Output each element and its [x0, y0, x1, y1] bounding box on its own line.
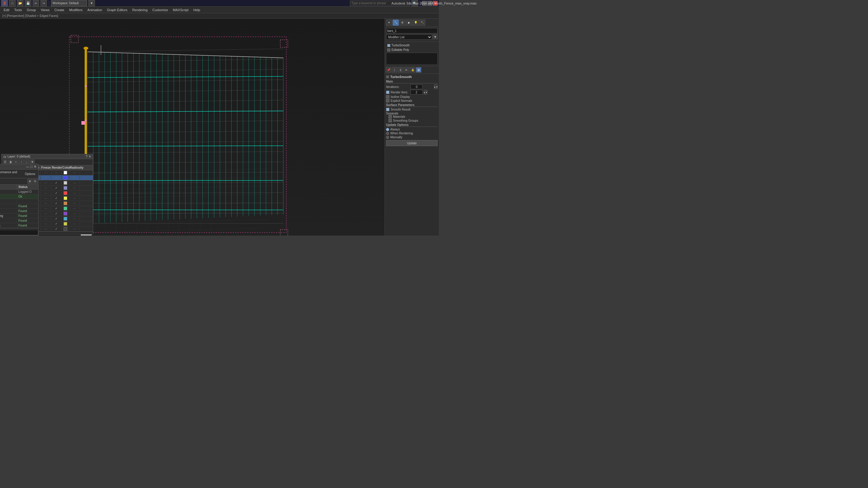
- layer-rad[interactable]: —: [69, 227, 80, 230]
- show-end-btn[interactable]: |: [392, 67, 397, 73]
- layer-render[interactable]: ✓: [51, 192, 62, 195]
- menu-graph-editors[interactable]: Graph Editors: [104, 7, 130, 12]
- render-iters-input[interactable]: [410, 90, 423, 95]
- menu-edit[interactable]: Edit: [1, 7, 12, 12]
- layer-color[interactable]: [62, 217, 69, 221]
- layer-rad[interactable]: —: [69, 187, 80, 190]
- modify-tab[interactable]: 🔧: [393, 20, 399, 26]
- layer-rad[interactable]: —: [69, 222, 80, 225]
- layer-color[interactable]: [62, 207, 69, 210]
- undo-btn[interactable]: ↩: [33, 0, 39, 7]
- layer-render[interactable]: —: [51, 171, 62, 174]
- always-radio[interactable]: [386, 128, 389, 131]
- layer-rad[interactable]: —: [69, 207, 80, 210]
- menu-help[interactable]: Help: [191, 7, 203, 12]
- layer-render[interactable]: ✓: [51, 197, 62, 200]
- layer-color[interactable]: [62, 196, 69, 200]
- layer-render[interactable]: ✓: [51, 202, 62, 205]
- materials-checkbox[interactable]: [389, 115, 392, 119]
- layer-freeze[interactable]: —: [41, 176, 51, 179]
- collapse-btn[interactable]: −: [386, 75, 389, 78]
- grid-btn[interactable]: ▦: [416, 67, 421, 73]
- iterations-spin[interactable]: ▲▼: [434, 84, 438, 89]
- layers-close-btn[interactable]: ✕: [89, 155, 91, 158]
- asset-row[interactable]: 🖼 Mesh_Fencing_1_normal.png Found: [0, 218, 38, 223]
- render-iters-checkbox[interactable]: [386, 91, 390, 94]
- viewport[interactable]: Total Polys: 17 886 Tris: 17 886 Edges: …: [0, 19, 384, 235]
- layer-color[interactable]: [62, 186, 69, 190]
- layer-rad[interactable]: —: [69, 181, 80, 184]
- render-iters-spin[interactable]: ▲▼: [424, 90, 427, 95]
- create-tab[interactable]: ✦: [386, 20, 392, 26]
- layer-color[interactable]: [62, 201, 69, 205]
- hierarchy-tab[interactable]: ⚙: [399, 20, 405, 26]
- layer-color[interactable]: [62, 227, 69, 231]
- layer-color[interactable]: [62, 222, 69, 226]
- modifier-list-select[interactable]: Modifier List: [386, 34, 432, 40]
- layer-freeze[interactable]: —: [41, 181, 51, 184]
- object-name-input[interactable]: [386, 28, 438, 33]
- asset-row[interactable]: 🏛 Autodesk Vault Logged O: [0, 190, 38, 194]
- layer-color[interactable]: [62, 171, 69, 174]
- display-tab[interactable]: 💡: [412, 20, 418, 26]
- iterations-input[interactable]: [410, 84, 423, 89]
- asset-row[interactable]: 🖼 Mesh_Fencing_1_fresnel.png Found: [0, 209, 38, 214]
- asset-close-btn[interactable]: ✕: [34, 165, 36, 169]
- menu-tools[interactable]: Tools: [12, 7, 24, 12]
- lock-btn[interactable]: 🔒: [410, 67, 415, 73]
- layer-freeze[interactable]: —: [41, 227, 51, 230]
- when-rendering-radio[interactable]: [386, 132, 389, 135]
- layer-render[interactable]: ✓: [51, 227, 62, 230]
- asset-row[interactable]: 🖼 Mesh_Fencing_1_glossiness.png Found: [0, 214, 38, 218]
- motion-tab[interactable]: ▶: [406, 20, 412, 26]
- menu-views[interactable]: Views: [38, 7, 52, 12]
- asset-scrollbar[interactable]: [0, 228, 38, 230]
- layer-render[interactable]: —: [51, 176, 62, 179]
- isoline-checkbox[interactable]: [386, 95, 390, 98]
- layer-freeze[interactable]: —: [41, 197, 51, 200]
- utilities-tab[interactable]: 🔨: [419, 20, 425, 26]
- open-btn[interactable]: 📂: [17, 0, 24, 7]
- menu-group[interactable]: Group: [24, 7, 38, 12]
- manually-radio[interactable]: [386, 136, 389, 139]
- modifier-checkbox[interactable]: [387, 48, 390, 52]
- modifier-checkbox[interactable]: [387, 44, 390, 47]
- menu-animation[interactable]: Animation: [85, 7, 104, 12]
- modifier-turbosmooth[interactable]: TurboSmooth: [386, 43, 438, 47]
- asset-menu-options[interactable]: Options: [23, 172, 37, 176]
- menu-create[interactable]: Create: [52, 7, 67, 12]
- layer-rad[interactable]: —: [69, 197, 80, 200]
- asset-row[interactable]: 📄 Mesh_Fence_max_vray.max Ok: [0, 194, 38, 199]
- layer-freeze[interactable]: —: [41, 217, 51, 220]
- modifier-list-expand[interactable]: ▼: [433, 34, 438, 39]
- layer-freeze[interactable]: —: [41, 222, 51, 225]
- asset-menu-bitmap[interactable]: Bitmap Performance and Memory: [0, 170, 23, 177]
- menu-maxscript[interactable]: MAXScript: [170, 7, 191, 12]
- funnel-btn[interactable]: ⊳: [404, 67, 409, 73]
- layer-rad[interactable]: —: [69, 176, 80, 179]
- pin-btn[interactable]: 📌: [386, 67, 391, 73]
- show-btn2[interactable]: ||: [398, 67, 403, 73]
- explicit-normals-checkbox[interactable]: [386, 99, 390, 102]
- layer-render[interactable]: ✓: [51, 207, 62, 210]
- modifier-editablepoly[interactable]: Editable Poly: [386, 47, 438, 52]
- asset-search-bar[interactable]: [0, 230, 38, 235]
- layer-color[interactable]: [62, 181, 69, 185]
- layer-render[interactable]: ✓: [51, 212, 62, 215]
- layer-freeze[interactable]: —: [41, 192, 51, 195]
- layer-render[interactable]: ✓: [51, 217, 62, 220]
- layer-rad[interactable]: —: [69, 171, 80, 174]
- layer-render[interactable]: ✓: [51, 222, 62, 225]
- layer-rad[interactable]: —: [69, 202, 80, 205]
- menu-rendering[interactable]: Rendering: [130, 7, 150, 12]
- layer-freeze[interactable]: —: [41, 202, 51, 205]
- smooth-result-checkbox[interactable]: [386, 108, 390, 111]
- menu-modifiers[interactable]: Modifiers: [67, 7, 85, 12]
- asset-settings-btn[interactable]: ⚙: [27, 179, 32, 184]
- layer-render[interactable]: ✓: [51, 187, 62, 190]
- smoothing-groups-checkbox[interactable]: [389, 119, 392, 122]
- asset-row[interactable]: 🖼 Mesh_Fencing_1_diffuse.png Found: [0, 204, 38, 209]
- menu-customize[interactable]: Customize: [150, 7, 170, 12]
- update-button[interactable]: Update: [386, 140, 438, 146]
- layers-help-btn[interactable]: ?: [86, 155, 87, 158]
